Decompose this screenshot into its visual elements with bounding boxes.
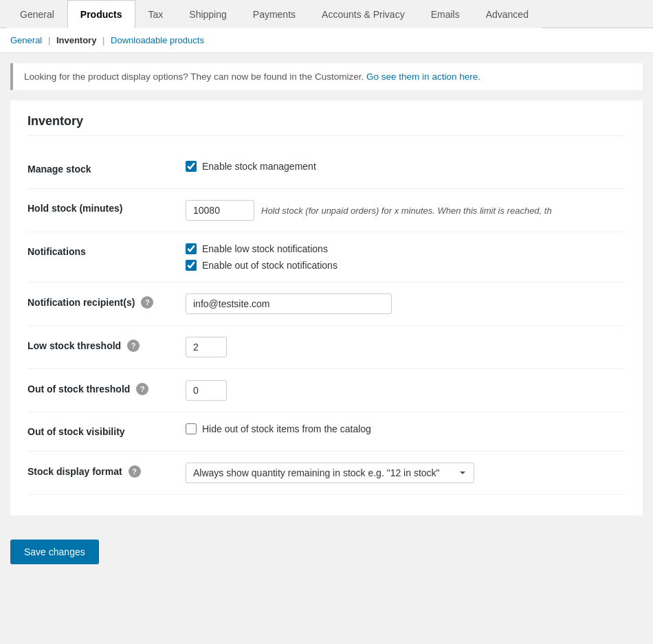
tabs-bar: General Products Tax Shipping Payments A… <box>0 0 653 28</box>
label-out-of-stock-visibility: Out of stock visibility <box>27 426 125 437</box>
hold-stock-hint: Hold stock (for unpaid orders) for x min… <box>261 206 552 216</box>
tab-accounts-privacy[interactable]: Accounts & Privacy <box>309 0 418 28</box>
label-low-stock-threshold-wrapper: Low stock threshold ? <box>27 340 172 352</box>
row-notification-recipient: Notification recipient(s) ? <box>27 282 626 326</box>
label-low-stock-threshold: Low stock threshold <box>27 340 121 351</box>
label-out-of-stock-threshold: Out of stock threshold <box>27 384 130 395</box>
tab-payments[interactable]: Payments <box>240 0 309 28</box>
content-area: Inventory Manage stock Enable stock mana… <box>10 100 643 515</box>
save-changes-button[interactable]: Save changes <box>10 540 99 564</box>
tab-emails[interactable]: Emails <box>418 0 473 28</box>
tab-tax[interactable]: Tax <box>135 0 177 28</box>
out-of-stock-visibility-checkbox[interactable] <box>186 423 197 434</box>
out-of-stock-threshold-help-icon[interactable]: ? <box>136 383 148 395</box>
hold-stock-td: Hold stock (for unpaid orders) for x min… <box>186 200 619 221</box>
row-hold-stock: Hold stock (minutes) Hold stock (for unp… <box>27 189 626 232</box>
out-of-stock-notification-label: Enable out of stock notifications <box>202 260 337 271</box>
row-notifications: Notifications Enable low stock notificat… <box>27 232 626 282</box>
out-of-stock-visibility-checkbox-label: Hide out of stock items from the catalog <box>202 423 371 434</box>
label-out-of-stock-threshold-wrapper: Out of stock threshold ? <box>27 383 172 395</box>
out-of-stock-notification-checkbox[interactable] <box>186 260 197 271</box>
out-of-stock-notification-row: Enable out of stock notifications <box>186 260 619 271</box>
out-of-stock-threshold-input[interactable] <box>186 380 227 401</box>
subnav-inventory-current: Inventory <box>56 35 97 45</box>
notification-recipient-input[interactable] <box>186 293 392 314</box>
notification-recipient-help-icon[interactable]: ? <box>141 296 153 309</box>
label-stock-display-format-wrapper: Stock display format ? <box>27 465 172 478</box>
low-stock-threshold-input[interactable] <box>186 337 227 357</box>
subnav-downloadable-link[interactable]: Downloadable products <box>111 35 204 45</box>
row-stock-display-format: Stock display format ? Always show quant… <box>27 452 626 495</box>
low-stock-notification-label: Enable low stock notifications <box>202 243 328 254</box>
subnav-separator-1: | <box>48 35 50 45</box>
inventory-form-table: Manage stock Enable stock management Hol… <box>27 150 626 495</box>
notice-banner: Looking for the product display options?… <box>10 63 643 90</box>
subnav-general-link[interactable]: General <box>10 35 42 45</box>
label-manage-stock: Manage stock <box>27 164 91 175</box>
tab-general[interactable]: General <box>7 0 67 28</box>
manage-stock-checkbox[interactable] <box>186 161 197 172</box>
row-low-stock-threshold: Low stock threshold ? <box>27 326 626 369</box>
out-of-stock-visibility-checkbox-row: Hide out of stock items from the catalog <box>186 423 619 434</box>
row-manage-stock: Manage stock Enable stock management <box>27 150 626 189</box>
tab-shipping[interactable]: Shipping <box>176 0 240 28</box>
low-stock-threshold-help-icon[interactable]: ? <box>127 340 140 352</box>
row-out-of-stock-visibility: Out of stock visibility Hide out of stoc… <box>27 412 626 452</box>
label-stock-display-format: Stock display format <box>27 466 122 477</box>
label-notification-recipient: Notification recipient(s) <box>27 297 135 308</box>
subnav-separator-2: | <box>102 35 104 45</box>
page-wrapper: General Products Tax Shipping Payments A… <box>0 0 653 644</box>
sub-nav: General | Inventory | Downloadable produ… <box>0 28 653 53</box>
tab-products[interactable]: Products <box>67 0 135 28</box>
row-out-of-stock-threshold: Out of stock threshold ? <box>27 369 626 412</box>
section-title-inventory: Inventory <box>27 114 626 136</box>
label-notification-recipient-wrapper: Notification recipient(s) ? <box>27 296 172 309</box>
low-stock-notification-checkbox[interactable] <box>186 243 197 254</box>
label-hold-stock: Hold stock (minutes) <box>27 203 122 214</box>
stock-display-format-select[interactable]: Always show quantity remaining in stock … <box>186 463 474 483</box>
hold-stock-input[interactable] <box>186 200 254 221</box>
low-stock-notification-row: Enable low stock notifications <box>186 243 619 254</box>
notice-text: Looking for the product display options?… <box>24 71 364 82</box>
manage-stock-checkbox-row: Enable stock management <box>186 161 619 172</box>
label-notifications: Notifications <box>27 246 86 257</box>
tab-advanced[interactable]: Advanced <box>473 0 542 28</box>
notice-link[interactable]: Go see them in action here. <box>366 71 480 82</box>
manage-stock-checkbox-label: Enable stock management <box>202 161 316 172</box>
stock-display-format-help-icon[interactable]: ? <box>129 465 141 478</box>
